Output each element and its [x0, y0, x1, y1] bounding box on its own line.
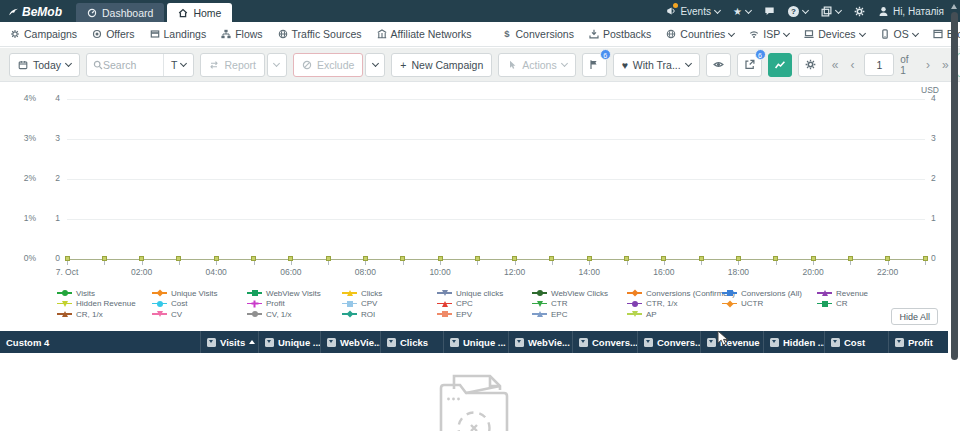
- column-label: Revenue: [720, 337, 760, 348]
- favorites-menu[interactable]: ★: [733, 6, 751, 17]
- help-menu[interactable]: ?: [788, 6, 808, 17]
- legend-item-unique-visits[interactable]: Unique Visits: [152, 288, 247, 299]
- nav-item-conversions[interactable]: $Conversions: [502, 28, 574, 40]
- legend-item-webview-visits[interactable]: WebView Visits: [247, 288, 342, 299]
- scrollbar-up-arrow[interactable]: [951, 4, 957, 9]
- chat-button[interactable]: [764, 6, 775, 17]
- legend-item-ctr[interactable]: CTR: [532, 299, 627, 310]
- legend-item-cost[interactable]: Cost: [152, 299, 247, 310]
- filter-funnel-icon[interactable]: [831, 338, 840, 347]
- legend-item-visits[interactable]: Visits: [57, 288, 152, 299]
- exclude-dropdown-button[interactable]: [365, 53, 385, 77]
- legend-item-ctr-1-x[interactable]: CTR, 1/x: [627, 299, 722, 310]
- column-header-profit[interactable]: Profit: [888, 331, 948, 353]
- x-axis-label: 08:00: [348, 267, 382, 277]
- prev-page-button[interactable]: ‹: [847, 58, 858, 72]
- date-range-button[interactable]: Today: [9, 53, 80, 77]
- heart-icon: ♥: [622, 59, 628, 71]
- legend-item-profit[interactable]: Profit: [247, 299, 342, 310]
- actions-button[interactable]: Actions: [498, 53, 575, 77]
- filter-funnel-icon[interactable]: [207, 338, 216, 347]
- column-header-visits[interactable]: Visits: [200, 331, 258, 353]
- column-header-webvie[interactable]: WebVie...: [508, 331, 572, 353]
- first-page-button[interactable]: «: [829, 58, 840, 72]
- report-dropdown-button[interactable]: [267, 53, 287, 77]
- nav-item-offers[interactable]: Offers: [92, 28, 134, 40]
- legend-item-conversions-confirmed[interactable]: Conversions (Confirmed): [627, 288, 722, 299]
- legend-item-revenue[interactable]: Revenue: [817, 288, 948, 299]
- settings-button[interactable]: [798, 53, 823, 77]
- pages-menu[interactable]: [821, 6, 841, 17]
- filter-funnel-icon[interactable]: [770, 338, 779, 347]
- legend-item-cpc[interactable]: CPC: [437, 299, 532, 310]
- legend-item-hidden-revenue[interactable]: Hidden Revenue: [57, 299, 152, 310]
- bemob-logo[interactable]: BeMob: [8, 5, 62, 19]
- legend-item-cv-1-x[interactable]: CV, 1/x: [247, 309, 342, 320]
- nav-item-traffic-sources[interactable]: Traffic Sources: [278, 28, 362, 40]
- flag-button[interactable]: 6: [582, 53, 607, 77]
- legend-item-cr-1-x[interactable]: CR, 1/x: [57, 309, 152, 320]
- column-header-cost[interactable]: Cost: [824, 331, 888, 353]
- legend-item-roi[interactable]: ROI: [342, 309, 437, 320]
- column-header-custom-4[interactable]: Custom 4: [0, 331, 200, 353]
- column-header-revenue[interactable]: Revenue: [700, 331, 763, 353]
- legend-item-ap[interactable]: AP: [627, 309, 722, 320]
- nav-item-postbacks[interactable]: Postbacks: [589, 28, 651, 40]
- filter-funnel-icon[interactable]: [515, 338, 524, 347]
- legend-item-uctr[interactable]: UCTR: [722, 299, 817, 310]
- column-header-convers[interactable]: Convers...: [637, 331, 700, 353]
- filter-funnel-icon[interactable]: [450, 338, 459, 347]
- new-campaign-button[interactable]: + New Campaign: [391, 53, 492, 77]
- settings-menu[interactable]: [854, 6, 865, 17]
- search-type-dropdown[interactable]: T: [163, 54, 193, 76]
- filter-funnel-icon[interactable]: [387, 338, 396, 347]
- legend-item-cpv[interactable]: CPV: [342, 299, 437, 310]
- exclude-button[interactable]: Exclude: [293, 53, 363, 77]
- report-button[interactable]: Report: [200, 53, 265, 77]
- column-header-unique[interactable]: Unique ...: [258, 331, 320, 353]
- nav-item-isp[interactable]: ISP: [749, 28, 789, 40]
- chart-toggle-button[interactable]: [768, 53, 793, 77]
- nav-item-os[interactable]: OS: [880, 28, 918, 40]
- column-header-webvie[interactable]: WebVie...: [320, 331, 380, 353]
- tab-home[interactable]: Home: [167, 3, 232, 22]
- x-axis-label: 18:00: [721, 267, 755, 277]
- nav-item-campaigns[interactable]: Campaigns: [10, 28, 77, 40]
- search-input[interactable]: [103, 59, 163, 71]
- filter-funnel-icon[interactable]: [707, 338, 716, 347]
- filter-funnel-icon[interactable]: [579, 338, 588, 347]
- traffic-filter-dropdown[interactable]: ♥ With Tra...: [613, 53, 700, 77]
- filter-funnel-icon[interactable]: [895, 338, 904, 347]
- events-menu[interactable]: Events: [666, 6, 720, 17]
- nav-item-devices[interactable]: Devices: [804, 28, 864, 40]
- column-header-hidden[interactable]: Hidden ...: [763, 331, 824, 353]
- legend-item-unique-clicks[interactable]: Unique clicks: [437, 288, 532, 299]
- column-header-convers[interactable]: Convers...: [572, 331, 637, 353]
- nav-item-affiliate-networks[interactable]: Affiliate Networks: [377, 28, 472, 40]
- tab-dashboard[interactable]: Dashboard: [76, 3, 164, 22]
- last-page-button[interactable]: »: [940, 58, 951, 72]
- page-input[interactable]: [864, 53, 894, 76]
- traffic-filter-label: With Tra...: [633, 59, 681, 71]
- nav-item-flows[interactable]: Flows: [221, 28, 262, 40]
- nav-item-countries[interactable]: Countries: [666, 28, 734, 40]
- share-button[interactable]: 6: [737, 53, 762, 77]
- nav-item-landings[interactable]: Landings: [150, 28, 207, 40]
- filter-funnel-icon[interactable]: [265, 338, 274, 347]
- next-page-button[interactable]: ›: [922, 58, 933, 72]
- legend-item-webview-clicks[interactable]: WebView Clicks: [532, 288, 627, 299]
- filter-funnel-icon[interactable]: [644, 338, 653, 347]
- visibility-button[interactable]: [706, 53, 731, 77]
- hide-all-button[interactable]: Hide All: [891, 308, 938, 325]
- scrollbar-thumb[interactable]: [951, 12, 958, 360]
- legend-item-conversions-all[interactable]: Conversions (All): [722, 288, 817, 299]
- filter-funnel-icon[interactable]: [327, 338, 336, 347]
- legend-item-epv[interactable]: EPV: [437, 309, 532, 320]
- legend-item-epc[interactable]: EPC: [532, 309, 627, 320]
- legend-item-cv[interactable]: CV: [152, 309, 247, 320]
- column-header-clicks[interactable]: Clicks: [380, 331, 443, 353]
- user-menu[interactable]: Hi, Наталія: [878, 6, 944, 17]
- legend-item-clicks[interactable]: Clicks: [342, 288, 437, 299]
- legend-label: EPC: [551, 310, 567, 319]
- column-header-unique[interactable]: Unique ...: [443, 331, 508, 353]
